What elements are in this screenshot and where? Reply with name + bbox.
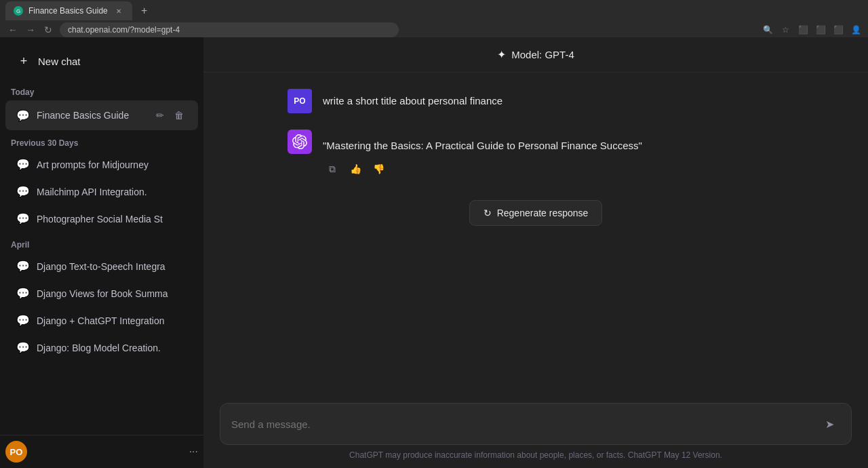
chat-item-icon: 💬: [16, 158, 30, 171]
user-avatar: PO: [288, 89, 312, 113]
model-label: Model: GPT-4: [511, 49, 574, 60]
user-message: PO write a short title about personal fi…: [271, 89, 800, 113]
message-row: PO write a short title about personal fi…: [288, 89, 784, 113]
messages-area: PO write a short title about personal fi…: [203, 73, 868, 395]
address-bar: ← → ↻ chat.openai.com/?model=gpt-4 🔍 ☆ ⬛…: [0, 22, 868, 37]
chat-item-text: Mailchimp API Integration.: [37, 187, 187, 197]
chat-item-icon: 💬: [16, 260, 30, 273]
chat-item-text: Finance Basics Guide: [37, 110, 145, 121]
forward-button[interactable]: →: [23, 22, 38, 37]
chat-item-django-tts[interactable]: 💬 Django Text-to-Speech Integra: [5, 253, 198, 279]
chat-item-text: Django: Blog Model Creation.: [37, 343, 187, 353]
model-sparkle-icon: ✦: [497, 48, 506, 61]
chat-list: Today 💬 Finance Basics Guide ✏ 🗑 Previou…: [0, 79, 203, 435]
chat-item-icon: 💬: [16, 287, 30, 300]
disclaimer: ChatGPT may produce inaccurate informati…: [203, 445, 868, 468]
regenerate-label: Regenerate response: [497, 208, 589, 218]
regenerate-icon: ↻: [484, 208, 492, 218]
user-message-content: write a short title about personal finan…: [323, 89, 784, 109]
tab-bar: G Finance Basics Guide ✕ +: [0, 0, 868, 22]
app: + New chat Today 💬 Finance Basics Guide …: [0, 37, 868, 468]
url-bar[interactable]: chat.openai.com/?model=gpt-4: [60, 22, 399, 37]
section-label-april: April: [0, 235, 203, 252]
main-content: ✦ Model: GPT-4 PO write a short title ab…: [203, 37, 868, 468]
nav-buttons: ← → ↻: [5, 22, 56, 37]
chat-item-mailchimp[interactable]: 💬 Mailchimp API Integration.: [5, 178, 198, 205]
sidebar: + New chat Today 💬 Finance Basics Guide …: [0, 37, 203, 468]
chat-item-text: Django Text-to-Speech Integra: [37, 261, 187, 272]
chat-item-django-blog[interactable]: 💬 Django: Blog Model Creation.: [5, 334, 198, 361]
sidebar-user-area[interactable]: PO ···: [0, 435, 203, 468]
chat-item-text: Django + ChatGPT Integration: [37, 315, 187, 326]
extension1-icon: ⬛: [796, 23, 810, 37]
chat-item-text: Django Views for Book Summa: [37, 288, 187, 299]
url-text: chat.openai.com/?model=gpt-4: [68, 25, 180, 35]
edit-chat-button[interactable]: ✏: [152, 107, 168, 123]
new-chat-label: New chat: [38, 56, 81, 67]
profile-icon[interactable]: 👤: [849, 23, 863, 37]
assistant-message: "Mastering the Basics: A Practical Guide…: [271, 130, 800, 178]
input-box: ➤: [220, 403, 852, 445]
regenerate-area: ↻ Regenerate response: [203, 195, 868, 237]
input-area: ➤: [203, 395, 868, 445]
chat-item-text: Art prompts for Midjourney: [37, 159, 187, 170]
extension2-icon: ⬛: [814, 23, 827, 37]
message-actions: ⧉ 👍 👎: [323, 159, 784, 178]
browser-chrome: G Finance Basics Guide ✕ + ← → ↻ chat.op…: [0, 0, 868, 37]
sidebar-menu-dots[interactable]: ···: [189, 446, 198, 458]
chat-item-icon: 💬: [16, 341, 30, 354]
chat-item-photographer[interactable]: 💬 Photographer Social Media St: [5, 206, 198, 232]
chat-header: ✦ Model: GPT-4: [203, 37, 868, 73]
message-row: "Mastering the Basics: A Practical Guide…: [288, 130, 784, 178]
section-label-today: Today: [0, 82, 203, 100]
chat-item-icon: 💬: [16, 212, 30, 225]
section-label-prev30: Previous 30 Days: [0, 133, 203, 151]
extension3-icon: ⬛: [831, 23, 845, 37]
tab-close-button[interactable]: ✕: [113, 5, 124, 16]
chat-item-icon: 💬: [16, 314, 30, 327]
delete-chat-button[interactable]: 🗑: [171, 107, 187, 123]
chat-item-icon: 💬: [16, 185, 30, 198]
new-tab-button[interactable]: +: [135, 1, 154, 20]
send-button[interactable]: ➤: [818, 413, 840, 435]
new-chat-plus-icon: +: [16, 54, 31, 69]
refresh-button[interactable]: ↻: [41, 22, 56, 37]
chat-item-django-views[interactable]: 💬 Django Views for Book Summa: [5, 280, 198, 307]
chat-item-art-prompts[interactable]: 💬 Art prompts for Midjourney: [5, 151, 198, 178]
avatar: PO: [5, 441, 27, 463]
chat-item-text: Photographer Social Media St: [37, 214, 187, 225]
chat-item-icon: 💬: [16, 109, 30, 122]
chat-item-finance-basics[interactable]: 💬 Finance Basics Guide ✏ 🗑: [5, 100, 198, 130]
regenerate-button[interactable]: ↻ Regenerate response: [469, 200, 603, 226]
model-badge: ✦ Model: GPT-4: [497, 48, 574, 61]
browser-icons: 🔍 ☆ ⬛ ⬛ ⬛ 👤: [761, 23, 863, 37]
active-tab[interactable]: G Finance Basics Guide ✕: [5, 1, 132, 20]
bookmark-icon: ☆: [778, 23, 792, 37]
thumbs-up-button[interactable]: 👍: [346, 159, 365, 178]
message-input[interactable]: [231, 418, 812, 430]
gpt-avatar: [288, 130, 312, 154]
tab-title: Finance Basics Guide: [28, 6, 108, 16]
zoom-icon: 🔍: [761, 23, 774, 37]
back-button[interactable]: ←: [5, 22, 20, 37]
new-chat-button[interactable]: + New chat: [5, 45, 198, 77]
chat-item-django-chatgpt[interactable]: 💬 Django + ChatGPT Integration: [5, 307, 198, 334]
copy-message-button[interactable]: ⧉: [323, 159, 342, 178]
assistant-message-content: "Mastering the Basics: A Practical Guide…: [323, 134, 784, 154]
tab-favicon: G: [14, 6, 23, 16]
chat-item-actions: ✏ 🗑: [152, 107, 187, 123]
thumbs-down-button[interactable]: 👎: [369, 159, 388, 178]
